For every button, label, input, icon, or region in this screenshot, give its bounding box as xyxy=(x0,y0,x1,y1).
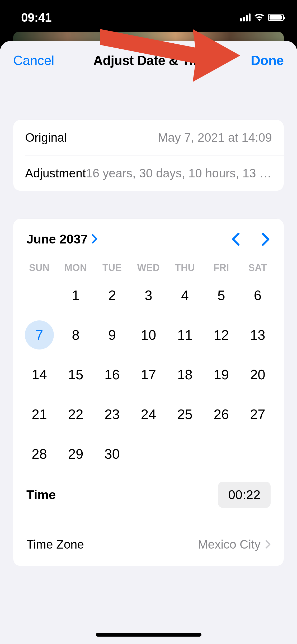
calendar-day[interactable]: 26 xyxy=(203,402,239,426)
next-month-button[interactable] xyxy=(261,233,271,246)
adjust-date-time-sheet: Cancel Adjust Date & Time Done Original … xyxy=(0,41,297,644)
calendar-day[interactable]: 23 xyxy=(94,402,130,426)
timezone-value-container: Mexico City xyxy=(198,537,271,551)
calendar-day[interactable]: 1 xyxy=(58,283,94,307)
calendar-day[interactable]: 16 xyxy=(94,363,130,387)
time-row: Time 00:22 xyxy=(21,466,276,510)
calendar-empty-cell xyxy=(21,283,58,307)
chevron-right-icon xyxy=(265,540,271,549)
calendar-card: June 2037 SUNMONTUEWEDTHUFRISAT 12345678… xyxy=(13,219,284,566)
status-icons xyxy=(240,13,284,21)
status-bar: 09:41 xyxy=(0,0,297,35)
time-label: Time xyxy=(26,487,56,502)
calendar-day[interactable]: 29 xyxy=(58,442,94,466)
month-nav xyxy=(231,233,271,246)
weekday-label: MON xyxy=(58,260,94,276)
calendar-day[interactable]: 21 xyxy=(21,402,58,426)
cancel-button[interactable]: Cancel xyxy=(13,53,54,68)
original-value: May 7, 2021 at 14:09 xyxy=(158,130,272,145)
adjustment-label: Adjustment xyxy=(25,166,86,180)
calendar-day[interactable]: 10 xyxy=(130,323,167,347)
month-year-button[interactable]: June 2037 xyxy=(26,232,98,246)
calendar-day[interactable]: 20 xyxy=(239,363,276,387)
calendar-day[interactable]: 30 xyxy=(94,442,130,466)
weekday-label: SAT xyxy=(239,260,276,276)
calendar-day[interactable]: 4 xyxy=(167,283,203,307)
status-time: 09:41 xyxy=(21,10,51,25)
calendar-day[interactable]: 14 xyxy=(21,363,58,387)
timezone-row[interactable]: Time Zone Mexico City xyxy=(21,525,276,551)
calendar-day[interactable]: 2 xyxy=(94,283,130,307)
calendar-day[interactable]: 19 xyxy=(203,363,239,387)
calendar-day[interactable]: 27 xyxy=(239,402,276,426)
adjustment-value: 16 years, 30 days, 10 hours, 13 minu… xyxy=(86,166,272,180)
weekday-label: THU xyxy=(167,260,203,276)
sheet-title: Adjust Date & Time xyxy=(93,53,212,68)
calendar-day[interactable]: 11 xyxy=(167,323,203,347)
done-button[interactable]: Done xyxy=(251,53,284,68)
battery-icon xyxy=(268,14,284,21)
timezone-value: Mexico City xyxy=(198,537,261,551)
wifi-icon xyxy=(254,14,264,21)
cellular-icon xyxy=(240,13,251,21)
calendar-day[interactable]: 12 xyxy=(203,323,239,347)
adjustment-row: Adjustment 16 years, 30 days, 10 hours, … xyxy=(13,155,284,191)
weekday-label: FRI xyxy=(203,260,239,276)
calendar-day[interactable]: 3 xyxy=(130,283,167,307)
calendar-header: June 2037 xyxy=(21,232,276,254)
weekday-label: TUE xyxy=(94,260,130,276)
time-picker-button[interactable]: 00:22 xyxy=(218,482,271,508)
calendar-day[interactable]: 15 xyxy=(58,363,94,387)
home-indicator[interactable] xyxy=(96,633,201,637)
info-card: Original May 7, 2021 at 14:09 Adjustment… xyxy=(13,120,284,191)
calendar-day[interactable]: 8 xyxy=(58,323,94,347)
prev-month-button[interactable] xyxy=(231,233,241,246)
calendar-day[interactable]: 17 xyxy=(130,363,167,387)
calendar-day[interactable]: 13 xyxy=(239,323,276,347)
month-year-label: June 2037 xyxy=(26,232,88,246)
timezone-label: Time Zone xyxy=(26,537,84,551)
calendar-day[interactable]: 28 xyxy=(21,442,58,466)
calendar-day[interactable]: 7 xyxy=(21,323,58,347)
calendar-grid: 1234567891011121314151617181920212223242… xyxy=(21,283,276,466)
weekday-label: SUN xyxy=(21,260,58,276)
original-label: Original xyxy=(25,130,67,145)
chevron-right-icon xyxy=(91,232,98,246)
weekday-header-row: SUNMONTUEWEDTHUFRISAT xyxy=(21,260,276,276)
sheet-header: Cancel Adjust Date & Time Done xyxy=(0,41,297,83)
weekday-label: WED xyxy=(130,260,167,276)
calendar-day[interactable]: 9 xyxy=(94,323,130,347)
calendar-day[interactable]: 24 xyxy=(130,402,167,426)
original-row: Original May 7, 2021 at 14:09 xyxy=(13,120,284,155)
calendar-day[interactable]: 22 xyxy=(58,402,94,426)
calendar-day[interactable]: 18 xyxy=(167,363,203,387)
calendar-day[interactable]: 6 xyxy=(239,283,276,307)
calendar-day[interactable]: 25 xyxy=(167,402,203,426)
calendar-day[interactable]: 5 xyxy=(203,283,239,307)
